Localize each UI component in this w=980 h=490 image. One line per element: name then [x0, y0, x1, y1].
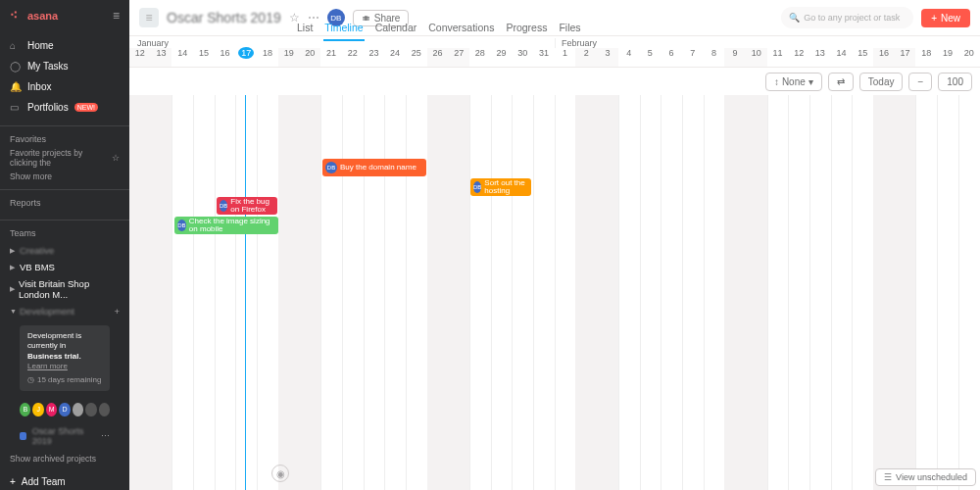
team-visit-britain[interactable]: ▶Visit Britain Shop London M...	[10, 275, 120, 303]
bell-icon: 🔔	[10, 81, 22, 92]
day-10: 10	[746, 48, 767, 67]
learn-more-link[interactable]: Learn more	[27, 362, 68, 370]
day-17: 17	[895, 48, 916, 67]
favorites-header: Favorites	[10, 134, 120, 144]
day-28: 28	[469, 48, 491, 67]
member-avatar[interactable]: B	[20, 403, 30, 416]
day-3: 3	[597, 48, 618, 67]
assignee-avatar: DB	[325, 162, 337, 173]
project-title[interactable]: Oscar Shorts 2019	[167, 10, 281, 25]
task-bar[interactable]: DBSort out the hosting	[470, 178, 531, 196]
asana-logo: ⁖ asana	[10, 8, 58, 24]
day-30: 30	[512, 48, 533, 67]
day-20: 20	[300, 48, 321, 67]
sort-dropdown[interactable]: ↕None▾	[765, 73, 822, 91]
show-more-favorites[interactable]: Show more	[10, 172, 120, 181]
member-avatar[interactable]: M	[46, 403, 57, 416]
day-16: 16	[215, 48, 236, 67]
project-more-icon[interactable]: ⋯	[101, 431, 110, 441]
sort-icon: ↕	[774, 76, 779, 87]
project-color-icon	[20, 432, 26, 440]
briefcase-icon: ▭	[10, 102, 22, 113]
tab-list[interactable]: List	[296, 18, 314, 41]
tab-calendar[interactable]: Calendar	[374, 18, 418, 41]
day-19: 19	[937, 48, 958, 67]
team-vb-bms[interactable]: ▶VB BMS	[10, 259, 120, 275]
task-bar[interactable]: DBFix the bug on Firefox	[217, 197, 277, 215]
chevron-right-icon: ▶	[10, 264, 16, 271]
tab-timeline[interactable]: Timeline	[323, 18, 364, 41]
zoom-out-button[interactable]: −	[908, 73, 932, 91]
record-button[interactable]: ◉	[271, 465, 289, 482]
day-9: 9	[724, 48, 746, 67]
chevron-down-icon: ▾	[808, 76, 813, 87]
day-23: 23	[364, 48, 385, 67]
check-circle-icon: ◯	[10, 61, 22, 72]
collapse-sidebar-icon[interactable]: ≡	[113, 9, 120, 23]
teams-header: Teams	[10, 228, 120, 238]
nav-my-tasks[interactable]: ◯My Tasks	[0, 56, 129, 76]
day-13: 13	[151, 48, 172, 67]
day-27: 27	[448, 48, 469, 67]
month-label-feb: February	[555, 38, 980, 48]
day-14: 14	[831, 48, 853, 67]
reports-header[interactable]: Reports	[10, 198, 120, 208]
task-label: Check the image sizing on mobile	[189, 218, 275, 233]
new-badge: New!	[74, 103, 98, 112]
day-13: 13	[809, 48, 831, 67]
day-20: 20	[958, 48, 980, 67]
team-creative[interactable]: ▶Creative	[10, 242, 120, 259]
star-icon: ☆	[112, 153, 120, 163]
task-bar[interactable]: DBCheck the image sizing on mobile	[174, 217, 278, 234]
clock-icon: ◷	[27, 375, 34, 385]
day-14: 14	[172, 48, 193, 67]
day-18: 18	[257, 48, 278, 67]
nav-portfolios[interactable]: ▭PortfoliosNew!	[0, 97, 129, 118]
member-avatar[interactable]	[73, 403, 83, 416]
list-icon: ☰	[884, 472, 892, 482]
chevron-right-icon: ▶	[10, 247, 16, 255]
tab-progress[interactable]: Progress	[505, 18, 548, 41]
nav-inbox[interactable]: 🔔Inbox	[0, 76, 129, 97]
zoom-level[interactable]: 100	[938, 73, 972, 91]
task-bar[interactable]: DBBuy the domain name	[322, 159, 426, 176]
add-team-button[interactable]: +Add Team	[10, 471, 120, 490]
member-avatar[interactable]	[85, 403, 96, 416]
day-7: 7	[682, 48, 704, 67]
member-avatar[interactable]: J	[32, 403, 43, 416]
assignee-avatar: DB	[177, 220, 186, 231]
search-input[interactable]: 🔍Go to any project or task	[781, 7, 913, 28]
assignee-avatar: DB	[473, 181, 481, 193]
project-color-square[interactable]: ≡	[139, 8, 159, 27]
day-8: 8	[704, 48, 725, 67]
add-project-icon[interactable]: +	[114, 306, 120, 317]
team-member-avatars: BJMD	[10, 397, 120, 422]
day-15: 15	[852, 48, 873, 67]
nav-home[interactable]: ⌂Home	[0, 35, 129, 56]
member-avatar[interactable]: D	[59, 403, 70, 416]
tab-conversations[interactable]: Conversations	[427, 18, 495, 41]
day-24: 24	[384, 48, 406, 67]
member-avatar[interactable]	[99, 403, 110, 416]
day-25: 25	[406, 48, 427, 67]
view-unscheduled-button[interactable]: ☰View unscheduled	[875, 468, 976, 486]
trial-promo: Development is currently in Business tri…	[20, 325, 110, 391]
day-21: 21	[320, 48, 342, 67]
day-6: 6	[661, 48, 682, 67]
search-icon: 🔍	[789, 13, 800, 23]
new-button[interactable]: +New	[921, 9, 970, 27]
day-2: 2	[575, 48, 597, 67]
tab-files[interactable]: Files	[558, 18, 581, 41]
today-line	[245, 95, 246, 490]
project-oscar-shorts[interactable]: Oscar Shorts 2019⋯	[10, 422, 120, 450]
sliders-icon: ⇄	[837, 76, 845, 87]
show-archived[interactable]: Show archived projects	[10, 454, 120, 464]
today-button[interactable]: Today	[859, 73, 904, 91]
favorites-hint: Favorite projects by clicking the☆	[10, 148, 120, 168]
chevron-down-icon: ▼	[10, 308, 16, 315]
day-22: 22	[342, 48, 364, 67]
team-development[interactable]: ▼Development+	[10, 303, 120, 319]
task-label: Buy the domain name	[340, 164, 416, 172]
task-label: Sort out the hosting	[484, 179, 528, 195]
view-options-button[interactable]: ⇄	[828, 73, 854, 91]
